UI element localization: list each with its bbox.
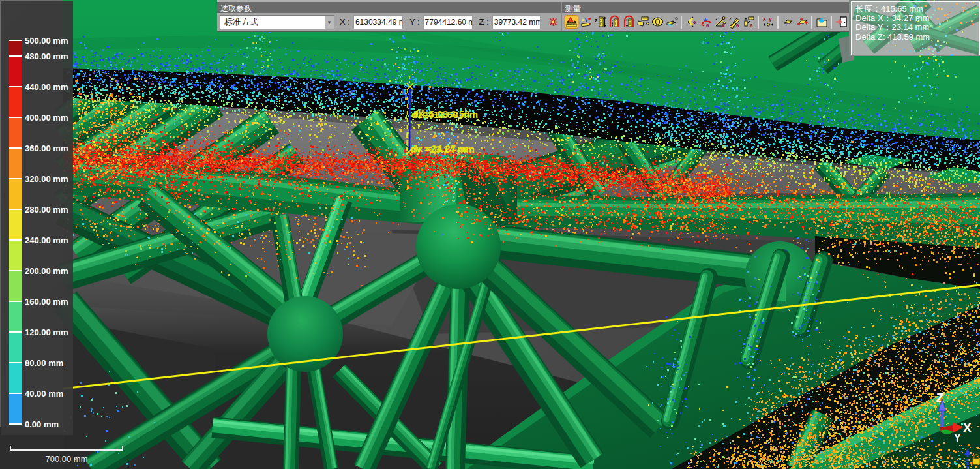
svg-text:dx =34.27 m: dx =34.27 m xyxy=(411,143,467,154)
svg-text:d距5-03 3.50: d距5-03 3.50 xyxy=(413,108,470,119)
svg-text:X: X xyxy=(963,421,972,434)
svg-text:θ: θ xyxy=(750,23,752,29)
svg-text:θ: θ xyxy=(722,23,724,29)
svg-text:z: z xyxy=(595,17,598,23)
svg-text:θ: θ xyxy=(693,20,696,25)
svg-text:Y: Y xyxy=(954,432,961,444)
svg-text:θ: θ xyxy=(706,23,709,29)
svg-text:z: z xyxy=(715,16,718,22)
svg-text:x y z: x y z xyxy=(763,16,775,22)
svg-text:z: z xyxy=(729,16,732,22)
svg-text:θ: θ xyxy=(736,23,739,29)
svg-text:700.00 mm: 700.00 mm xyxy=(45,454,87,464)
